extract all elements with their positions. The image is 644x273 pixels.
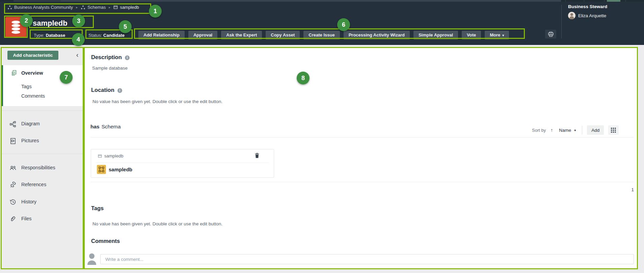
sidebar-item-label: References xyxy=(21,182,46,187)
sidebar-item-label: Tags xyxy=(21,84,32,89)
delete-relation-button[interactable] xyxy=(254,153,260,160)
sidebar-item-overview[interactable]: Overview xyxy=(3,69,83,77)
type-label: Type: xyxy=(34,33,45,38)
copy-asset-button[interactable]: Copy Asset xyxy=(266,31,300,40)
status-value: Candidate xyxy=(103,33,125,38)
description-title: Description xyxy=(91,54,122,60)
sidebar-item-label: History xyxy=(21,199,36,204)
community-icon xyxy=(81,5,85,10)
relation-type: Schema xyxy=(102,124,121,129)
sidebar-item-files[interactable]: Files xyxy=(2,214,83,224)
sidebar-item-references[interactable]: References xyxy=(2,180,83,190)
location-title: Location xyxy=(91,87,114,93)
diagram-icon xyxy=(10,121,16,127)
asset-header: Business Analysts Community ▸ Schemas ▸ … xyxy=(0,2,644,45)
asset-status: Status: Candidate xyxy=(88,33,125,38)
pagination-page-number[interactable]: 1 xyxy=(611,187,634,192)
ask-the-expert-button[interactable]: Ask the Expert xyxy=(221,31,262,40)
approval-button[interactable]: Approval xyxy=(188,31,217,40)
create-issue-button[interactable]: Create Issue xyxy=(303,31,340,40)
sidebar-item-label: Responsibilities xyxy=(21,165,55,170)
vote-button[interactable]: Vote xyxy=(462,31,481,40)
asset-box-icon xyxy=(113,5,118,9)
responsibility-block: Business Steward Eliza Arquette xyxy=(568,4,607,19)
add-characteristic-button[interactable]: Add characteristic xyxy=(7,51,58,60)
sidebar-divider xyxy=(2,154,83,154)
related-asset-name[interactable]: sampledb xyxy=(109,167,132,172)
printer-icon xyxy=(548,32,554,37)
sidebar-item-tags[interactable]: Tags xyxy=(3,82,83,91)
tags-empty-value[interactable]: No value has been given yet. Double clic… xyxy=(92,221,222,226)
sidebar-item-diagram[interactable]: Diagram xyxy=(2,119,83,129)
simple-approval-button[interactable]: Simple Approval xyxy=(413,31,458,40)
sidebar-item-label: Comments xyxy=(21,93,45,99)
sidebar-item-label: Overview xyxy=(21,70,43,76)
people-icon xyxy=(10,165,16,171)
action-button-bar: Add Relationship Approval Ask the Expert… xyxy=(138,31,509,40)
breadcrumb: Business Analysts Community ▸ Schemas ▸ … xyxy=(7,5,139,10)
pictures-icon xyxy=(10,138,16,144)
more-button[interactable]: More▾ xyxy=(485,31,509,40)
grid-icon xyxy=(611,128,616,133)
type-value: Database xyxy=(46,33,65,38)
database-icon xyxy=(10,20,22,34)
description-value[interactable]: Sample database xyxy=(92,66,128,71)
add-relationship-button[interactable]: Add Relationship xyxy=(138,31,185,40)
status-label: Status: xyxy=(88,33,102,38)
breadcrumb-item-community[interactable]: Business Analysts Community xyxy=(7,5,73,10)
overview-tab-group: Overview Tags Comments xyxy=(2,65,83,106)
history-clock-icon xyxy=(10,199,16,205)
asset-box-icon xyxy=(98,154,102,158)
related-asset-card[interactable]: sampledb sampledb xyxy=(91,149,274,178)
steward-name[interactable]: Eliza Arquette xyxy=(578,13,606,18)
description-heading: Descriptioni xyxy=(91,54,130,60)
paperclip-icon xyxy=(10,216,16,222)
location-empty-value[interactable]: No value has been given yet. Double clic… xyxy=(92,99,222,104)
section-divider xyxy=(90,182,634,182)
card-breadcrumb-label: sampledb xyxy=(104,153,123,158)
sidebar-item-responsibilities[interactable]: Responsibilities xyxy=(2,163,83,173)
chevron-down-icon: ▾ xyxy=(502,33,504,37)
info-icon[interactable]: i xyxy=(117,88,122,93)
relation-prefix: has xyxy=(90,124,100,129)
sort-field-select[interactable]: Name xyxy=(559,128,571,133)
sort-by-label: Sort by xyxy=(532,128,546,133)
schema-icon xyxy=(99,167,104,172)
toolbar-divider xyxy=(582,126,582,134)
page-title: sampledb xyxy=(33,19,68,28)
sort-ascending-icon[interactable]: ↑ xyxy=(551,127,553,133)
info-icon[interactable]: i xyxy=(125,55,130,60)
comments-heading: Comments xyxy=(91,238,120,244)
comment-avatar xyxy=(87,253,97,265)
steward-role-label: Business Steward xyxy=(568,4,607,9)
collapse-sidebar-icon[interactable]: ‹ xyxy=(73,51,81,59)
relation-heading: hasSchema xyxy=(90,124,121,130)
grid-view-button[interactable] xyxy=(608,125,619,135)
sidebar: Add characteristic ‹ Overview Tags Comme… xyxy=(1,47,84,269)
comment-input[interactable] xyxy=(100,254,634,264)
sidebar-item-comments[interactable]: Comments xyxy=(3,92,83,100)
tags-heading: Tags xyxy=(91,205,104,212)
location-heading: Locationi xyxy=(91,87,122,93)
chevron-down-icon[interactable]: ▾ xyxy=(574,128,576,132)
sidebar-item-label: Files xyxy=(21,216,32,221)
processing-activity-wizard-button[interactable]: Processing Activity Wizard xyxy=(344,31,410,40)
print-button[interactable] xyxy=(545,30,556,39)
card-divider xyxy=(96,163,269,163)
sidebar-divider xyxy=(2,110,83,111)
breadcrumb-item-asset[interactable]: sampledb xyxy=(113,5,139,10)
breadcrumb-item-schemas[interactable]: Schemas xyxy=(81,5,106,10)
breadcrumb-separator-icon: ▸ xyxy=(76,5,78,9)
main-content: Descriptioni Sample database Locationi N… xyxy=(84,47,638,269)
add-relation-button[interactable]: Add xyxy=(587,125,604,135)
header-divider xyxy=(561,5,562,39)
sidebar-item-label: Diagram xyxy=(21,121,40,126)
sidebar-item-pictures[interactable]: Pictures xyxy=(2,136,83,146)
overview-pages-icon xyxy=(11,70,17,76)
avatar[interactable] xyxy=(568,12,575,19)
sidebar-item-label: Pictures xyxy=(21,138,39,143)
card-breadcrumb: sampledb xyxy=(98,153,123,158)
asset-type: Type: Database xyxy=(34,33,65,38)
breadcrumb-label: sampledb xyxy=(120,5,139,10)
sidebar-item-history[interactable]: History xyxy=(2,197,83,207)
